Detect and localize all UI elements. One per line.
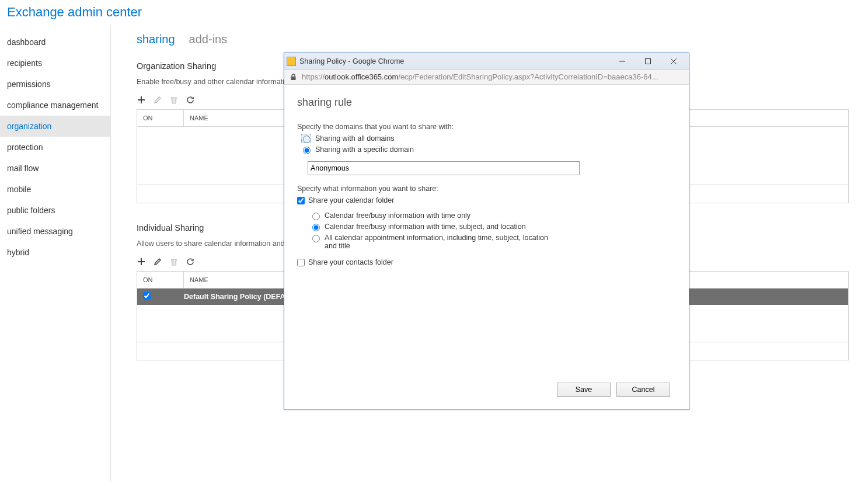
maximize-button[interactable] <box>635 54 661 68</box>
page-header: Exchange admin center <box>0 0 868 26</box>
share-specific-label: Sharing with a specific domain <box>315 145 414 154</box>
cal-opt3-label: All calendar appointment information, in… <box>325 234 558 250</box>
share-contacts-checkbox[interactable]: Share your contacts folder <box>297 258 676 266</box>
domains-label: Specify the domains that you want to sha… <box>297 123 676 131</box>
svg-rect-0 <box>646 58 651 64</box>
edit-icon <box>153 95 162 105</box>
close-button[interactable] <box>661 54 686 68</box>
share-specific-domain-radio[interactable]: Sharing with a specific domain <box>297 145 676 154</box>
url-text: https://outlook.office365.com/ecp/Federa… <box>302 72 658 81</box>
sidebar-item-protection[interactable]: protection <box>0 137 110 158</box>
window-icon <box>287 57 296 66</box>
refresh-icon[interactable] <box>186 95 195 105</box>
popup-title: sharing rule <box>297 96 676 109</box>
tab-add-ins[interactable]: add-ins <box>189 33 228 46</box>
edit-icon[interactable] <box>153 257 162 266</box>
sidebar-item-unified-messaging[interactable]: unified messaging <box>0 221 110 242</box>
lock-icon <box>290 74 297 81</box>
save-button[interactable]: Save <box>557 383 611 397</box>
col-on[interactable]: ON <box>137 272 184 288</box>
sidebar-item-recipients[interactable]: recipients <box>0 53 110 74</box>
share-all-label: Sharing with all domains <box>315 134 395 143</box>
titlebar[interactable]: Sharing Policy - Google Chrome <box>284 53 689 70</box>
sidebar-item-mail-flow[interactable]: mail flow <box>0 158 110 179</box>
col-on[interactable]: ON <box>137 110 184 126</box>
info-label: Specify what information you want to sha… <box>297 185 676 193</box>
refresh-icon[interactable] <box>186 257 195 266</box>
sidebar-item-compliance-management[interactable]: compliance management <box>0 95 110 116</box>
cal-opt2-label: Calendar free/busy information with time… <box>325 223 526 231</box>
cancel-button[interactable]: Cancel <box>616 383 670 397</box>
cal-freebusy-subject-radio[interactable]: Calendar free/busy information with time… <box>312 223 676 231</box>
share-all-domains-radio[interactable]: Sharing with all domains <box>297 134 676 143</box>
sharing-policy-popup: Sharing Policy - Google Chrome https://o… <box>284 53 689 410</box>
tab-sharing[interactable]: sharing <box>137 33 175 46</box>
tabs: sharingadd-ins <box>137 33 868 46</box>
cal-opt1-label: Calendar free/busy information with time… <box>325 211 470 220</box>
window-title: Sharing Policy - Google Chrome <box>299 57 609 65</box>
sidebar-item-hybrid[interactable]: hybrid <box>0 242 110 263</box>
sidebar-item-mobile[interactable]: mobile <box>0 179 110 200</box>
delete-icon <box>169 95 179 105</box>
sidebar-item-dashboard[interactable]: dashboard <box>0 32 110 53</box>
sidebar-item-permissions[interactable]: permissions <box>0 74 110 95</box>
row-on-checkbox[interactable] <box>143 292 151 300</box>
domain-input[interactable] <box>308 161 580 175</box>
sidebar: dashboardrecipientspermissionscompliance… <box>0 26 111 481</box>
cal-all-info-radio[interactable]: All calendar appointment information, in… <box>312 234 676 250</box>
share-calendar-checkbox[interactable]: Share your calendar folder <box>297 196 676 204</box>
sidebar-item-public-folders[interactable]: public folders <box>0 200 110 221</box>
add-icon[interactable] <box>137 257 146 266</box>
delete-icon <box>169 257 179 266</box>
share-calendar-label: Share your calendar folder <box>308 196 394 204</box>
add-icon[interactable] <box>137 95 146 105</box>
minimize-button[interactable] <box>609 54 635 68</box>
address-bar[interactable]: https://outlook.office365.com/ecp/Federa… <box>284 70 689 85</box>
share-contacts-label: Share your contacts folder <box>308 258 393 266</box>
svg-rect-1 <box>291 77 296 80</box>
sidebar-item-organization[interactable]: organization <box>0 116 110 137</box>
cal-freebusy-time-radio[interactable]: Calendar free/busy information with time… <box>312 211 676 220</box>
